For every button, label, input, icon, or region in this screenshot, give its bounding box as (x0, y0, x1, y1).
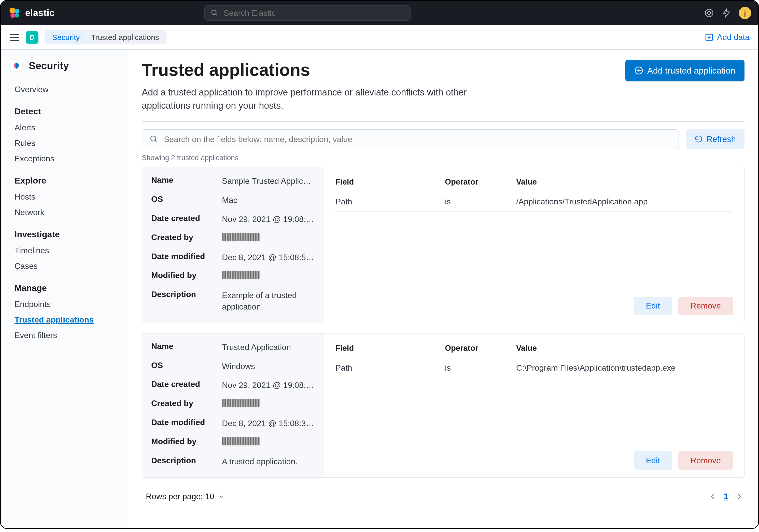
meta-label-date_modified: Date modified (151, 418, 220, 427)
cell-operator: is (445, 197, 516, 206)
edit-button[interactable]: Edit (634, 297, 672, 315)
meta-value-name: Sample Trusted Application (222, 175, 315, 187)
meta-value-description: A trusted application. (222, 456, 315, 467)
trusted-application-card: NameTrusted ApplicationOSWindowsDate cre… (142, 333, 744, 478)
meta-label-date_created: Date created (151, 214, 220, 223)
svg-line-5 (216, 14, 217, 16)
redacted-value (222, 437, 260, 445)
search-icon (150, 135, 158, 143)
chevron-down-icon (218, 493, 224, 500)
sidebar-item-overview[interactable]: Overview (11, 82, 118, 97)
page-prev-icon[interactable] (709, 493, 716, 501)
space-badge[interactable]: D (26, 31, 38, 44)
col-field: Field (336, 178, 445, 186)
user-avatar[interactable]: j (739, 7, 751, 19)
rows-per-page-selector[interactable]: Rows per page: 10 (146, 492, 224, 501)
sidebar-item-timelines[interactable]: Timelines (11, 243, 118, 258)
cell-operator: is (445, 363, 516, 373)
meta-label-created_by: Created by (151, 233, 220, 242)
page-title: Trusted applications (142, 60, 513, 80)
cell-value: C:\Program Files\Application\trustedapp.… (516, 363, 733, 373)
meta-label-os: OS (151, 194, 220, 204)
meta-value-created_by (222, 233, 315, 244)
sidebar-item-event-filters[interactable]: Event filters (11, 328, 118, 343)
sidebar-item-endpoints[interactable]: Endpoints (11, 297, 118, 312)
list-search-field[interactable] (142, 129, 679, 149)
meta-label-description: Description (151, 290, 220, 299)
add-trusted-application-button[interactable]: Add trusted application (625, 60, 744, 81)
sub-header: D Security Trusted applications Add data (1, 25, 758, 50)
conditions-table-row: PathisC:\Program Files\Application\trust… (336, 358, 733, 378)
svg-point-18 (151, 136, 156, 141)
sidebar-item-alerts[interactable]: Alerts (11, 120, 118, 136)
conditions-table-header: FieldOperatorValue (336, 172, 733, 192)
page-description: Add a trusted application to improve per… (142, 86, 513, 112)
svg-point-0 (10, 8, 16, 14)
security-icon (11, 60, 22, 71)
remove-button[interactable]: Remove (678, 297, 733, 315)
meta-label-name: Name (151, 342, 220, 351)
sidebar-item-cases[interactable]: Cases (11, 258, 118, 274)
sidebar-item-network[interactable]: Network (11, 205, 118, 220)
cell-field: Path (336, 197, 445, 206)
trusted-application-card: NameSample Trusted ApplicationOSMacDate … (142, 167, 744, 323)
global-search[interactable] (204, 5, 411, 20)
redacted-value (222, 271, 260, 279)
refresh-icon (695, 135, 703, 143)
redacted-value (222, 399, 260, 407)
page-next-icon[interactable] (735, 493, 743, 501)
nav-toggle-icon[interactable] (9, 32, 20, 43)
meta-value-os: Windows (222, 361, 315, 372)
pagination: 1 (709, 492, 743, 501)
redacted-value (222, 233, 260, 241)
add-data-link[interactable]: Add data (705, 33, 750, 42)
meta-label-description: Description (151, 456, 220, 465)
sidebar-group-header: Manage (11, 274, 118, 297)
remove-button[interactable]: Remove (678, 451, 733, 470)
sidebar-item-trusted-applications[interactable]: Trusted applications (11, 312, 118, 328)
meta-value-date_created: Nov 29, 2021 @ 19:08:00.... (222, 214, 315, 225)
page-current[interactable]: 1 (724, 492, 728, 501)
svg-point-1 (15, 9, 20, 14)
col-field: Field (336, 344, 445, 353)
meta-label-modified_by: Modified by (151, 270, 220, 280)
col-value: Value (516, 344, 733, 353)
plus-circle-icon (634, 66, 643, 75)
side-nav-title: Security (1, 58, 128, 82)
meta-value-created_by (222, 399, 315, 410)
meta-value-date_modified: Dec 8, 2021 @ 15:08:31.068 (222, 418, 315, 429)
brand-logo[interactable]: elastic (8, 6, 55, 20)
col-value: Value (516, 178, 733, 186)
help-icon[interactable] (704, 8, 714, 18)
sidebar-group-header: Detect (11, 97, 118, 120)
global-search-input[interactable] (223, 8, 404, 18)
meta-value-description: Example of a trusted application. (222, 290, 315, 312)
elastic-logo-icon (8, 6, 21, 20)
sidebar-item-hosts[interactable]: Hosts (11, 189, 118, 205)
conditions-table-row: Pathis/Applications/TrustedApplication.a… (336, 192, 733, 212)
meta-label-name: Name (151, 175, 220, 185)
side-nav: Security Overview DetectAlertsRulesExcep… (1, 50, 128, 528)
refresh-button[interactable]: Refresh (686, 129, 744, 149)
meta-value-modified_by (222, 437, 315, 448)
meta-value-modified_by (222, 270, 315, 282)
meta-value-date_created: Nov 29, 2021 @ 19:08:46.... (222, 380, 315, 391)
meta-label-created_by: Created by (151, 399, 220, 408)
sidebar-item-rules[interactable]: Rules (11, 136, 118, 151)
add-data-icon (705, 33, 713, 42)
brand-name: elastic (25, 8, 55, 18)
col-operator: Operator (445, 178, 516, 186)
cell-value: /Applications/TrustedApplication.app (516, 197, 733, 206)
sidebar-item-exceptions[interactable]: Exceptions (11, 151, 118, 166)
meta-label-modified_by: Modified by (151, 437, 220, 446)
edit-button[interactable]: Edit (634, 451, 672, 470)
sidebar-group-header: Investigate (11, 220, 118, 243)
result-count: Showing 2 trusted applications (142, 154, 744, 162)
svg-point-2 (11, 13, 16, 18)
list-search-input[interactable] (163, 134, 671, 144)
add-data-label: Add data (717, 33, 750, 42)
meta-label-date_modified: Date modified (151, 252, 220, 261)
breadcrumb-security[interactable]: Security (45, 30, 87, 45)
newsfeed-icon[interactable] (722, 8, 731, 18)
sidebar-group-header: Explore (11, 166, 118, 189)
